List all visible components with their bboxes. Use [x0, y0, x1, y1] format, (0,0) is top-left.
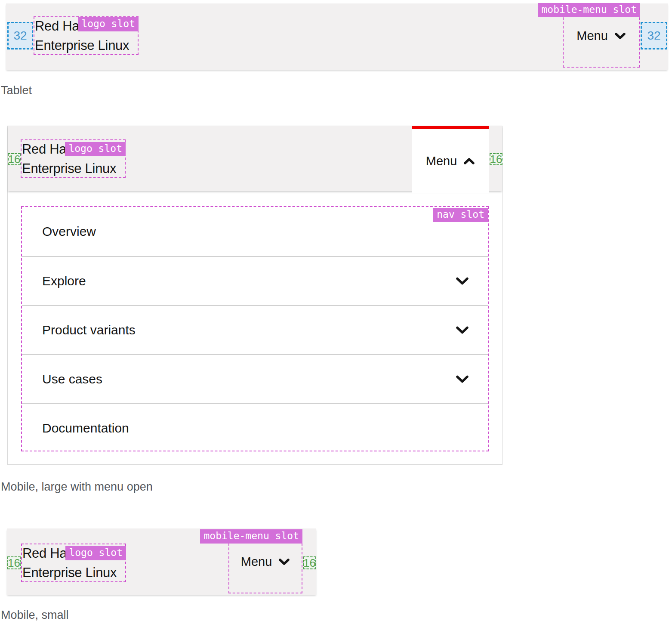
chevron-down-icon	[278, 558, 290, 565]
nav-item[interactable]: Use cases	[22, 354, 488, 403]
nav-item-label: Explore	[42, 274, 86, 288]
chevron-up-icon	[463, 158, 475, 165]
spacing-annotation-16-left: 16	[8, 153, 21, 165]
spacing-annotation-32-right: 32	[641, 22, 667, 49]
caption-mobile-large: Mobile, large with menu open	[1, 479, 153, 494]
spacing-annotation-16-left: 16	[7, 556, 21, 569]
logo-line-2: Enterprise Linux	[35, 36, 129, 55]
chevron-down-icon	[455, 277, 469, 285]
spacing-value: 16	[490, 153, 502, 166]
nav-item[interactable]: Overview	[22, 207, 488, 256]
nav-item-label: Overview	[42, 224, 96, 239]
menu-toggle-label: Menu	[241, 555, 272, 569]
logo-slot-label: logo slot	[78, 17, 139, 31]
spacing-annotation-16-right: 16	[303, 556, 316, 569]
nav-item-label: Documentation	[42, 421, 129, 436]
mobile-menu-slot-outline: mobile-menu slot Menu	[228, 530, 302, 593]
chevron-down-icon	[455, 375, 469, 383]
nav-slot-outline: nav slot OverviewExploreProduct variants…	[21, 206, 489, 451]
mobile-small-masthead: 16 logo slot Red Hat Enterprise Linux mo…	[7, 528, 316, 595]
menu-toggle-label: Menu	[576, 29, 608, 43]
spacing-annotation-32-left: 32	[7, 22, 33, 49]
logo-line-2: Enterprise Linux	[22, 159, 116, 178]
caption-tablet: Tablet	[1, 83, 32, 98]
menu-toggle-label: Menu	[426, 154, 457, 168]
design-spec-page: 32 logo slot Red Hat Enterprise Linux mo…	[0, 0, 672, 624]
nav-item[interactable]: Explore	[22, 256, 488, 305]
nav-item-label: Use cases	[42, 372, 102, 386]
spacing-value: 32	[647, 29, 660, 43]
spacing-annotation-16-right: 16	[490, 153, 502, 165]
spacing-value: 32	[13, 29, 27, 43]
mobile-menu-slot-label: mobile-menu slot	[200, 529, 302, 544]
mobile-menu-slot-label: mobile-menu slot	[538, 3, 640, 17]
caption-mobile-small: Mobile, small	[1, 608, 69, 622]
spacing-value: 16	[8, 153, 21, 166]
chevron-down-icon	[455, 326, 469, 334]
chevron-down-icon	[614, 32, 626, 40]
nav-item[interactable]: Product variants	[22, 305, 488, 354]
spacing-value: 16	[8, 556, 20, 570]
nav-item-label: Product variants	[42, 323, 136, 337]
nav-slot-label: nav slot	[433, 208, 488, 222]
mobile-menu-slot-outline: mobile-menu slot Menu	[563, 4, 640, 68]
tablet-masthead: 32 logo slot Red Hat Enterprise Linux mo…	[6, 3, 668, 70]
nav-item[interactable]: Documentation	[22, 403, 488, 452]
mobile-large-component: 16 logo slot Red Hat Enterprise Linux 16…	[7, 126, 502, 465]
logo-slot-label: logo slot	[65, 546, 126, 560]
spacing-value: 16	[303, 556, 316, 570]
menu-toggle-open[interactable]: Menu	[412, 126, 489, 193]
logo-line-2: Enterprise Linux	[22, 563, 117, 582]
logo-slot-label: logo slot	[65, 142, 126, 156]
